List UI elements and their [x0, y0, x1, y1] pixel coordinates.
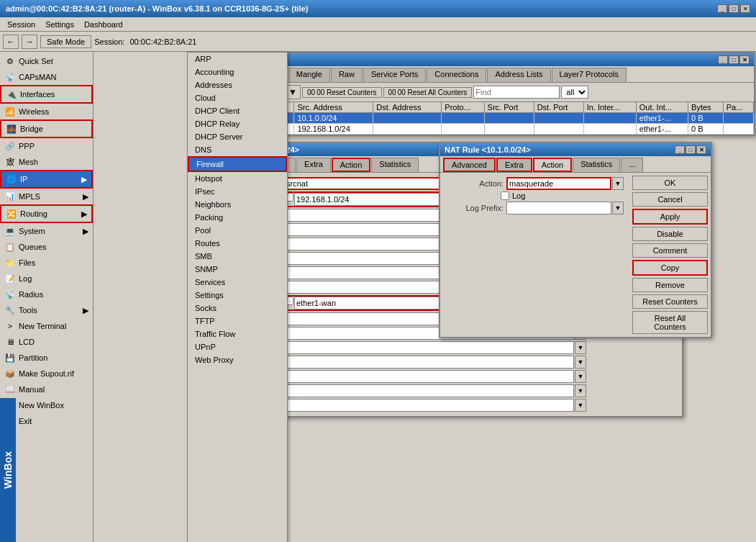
nat1-tab-action[interactable]: Action	[332, 158, 371, 172]
nat2-maximize[interactable]: □	[686, 145, 696, 154]
routing-table-input[interactable]	[283, 384, 574, 397]
routing-mark-input[interactable]	[283, 370, 574, 383]
nat2-log-checkbox[interactable]	[501, 191, 509, 200]
nat2-tab-statistics[interactable]: Statistics	[573, 158, 620, 172]
conn-type-dropdown[interactable]: ▼	[575, 399, 586, 412]
sidebar-item-manual[interactable]: 📖 Manual	[0, 381, 93, 397]
sidebar-item-ppp[interactable]: 🔗 PPP	[0, 138, 93, 154]
submenu-smb[interactable]: SMB	[188, 250, 287, 263]
nat2-cancel-btn[interactable]: Cancel	[632, 192, 708, 207]
sidebar-item-tools[interactable]: 🔧 Tools ▶	[0, 302, 93, 318]
submenu-tftp[interactable]: TFTP	[188, 315, 287, 328]
close-btn[interactable]: ✕	[740, 4, 750, 13]
menu-dashboard[interactable]: Dashboard	[80, 19, 127, 30]
submenu-arp[interactable]: ARP	[188, 53, 287, 66]
nat2-disable-btn[interactable]: Disable	[632, 227, 708, 241]
nat2-minimize[interactable]: _	[675, 145, 685, 154]
nat1-tab-statistics[interactable]: Statistics	[371, 158, 419, 172]
sidebar-item-quick-set[interactable]: ⚙ Quick Set	[0, 53, 93, 69]
sidebar-item-interfaces[interactable]: 🔌 Interfaces	[0, 85, 93, 104]
nat2-remove-btn[interactable]: Remove	[632, 278, 708, 292]
conn-type-input[interactable]	[283, 399, 574, 412]
packet-mark-dropdown[interactable]: ▼	[575, 341, 586, 354]
nat2-reset-all-counters-btn[interactable]: Reset All Counters	[632, 311, 708, 334]
sidebar-item-log[interactable]: 📝 Log	[0, 271, 93, 286]
tab-layer7[interactable]: Layer7 Protocols	[552, 68, 627, 82]
sidebar-item-mpls[interactable]: 📊 MPLS ▶	[0, 189, 93, 204]
sidebar-item-queues[interactable]: 📋 Queues	[0, 239, 93, 255]
conn-mark-input[interactable]	[283, 356, 574, 369]
nat2-tab-advanced[interactable]: Advanced	[443, 158, 496, 172]
sidebar-item-make-supout[interactable]: 📦 Make Supout.rif	[0, 366, 93, 381]
firewall-minimize[interactable]: _	[718, 55, 728, 64]
nat2-close[interactable]: ✕	[696, 145, 706, 154]
tab-service-ports[interactable]: Service Ports	[363, 68, 426, 82]
sidebar-item-files[interactable]: 📁 Files	[0, 255, 93, 271]
submenu-neighbors[interactable]: Neighbors	[188, 198, 287, 211]
nat2-action-dropdown[interactable]: ▼	[612, 177, 624, 190]
sidebar-item-capsman[interactable]: 📡 CAPsMAN	[0, 69, 93, 85]
menu-session[interactable]: Session	[3, 19, 40, 30]
sidebar-item-mesh[interactable]: 🕸 Mesh	[0, 154, 93, 170]
sidebar-item-system[interactable]: 💻 System ▶	[0, 223, 93, 239]
packet-mark-input[interactable]	[283, 341, 574, 354]
submenu-socks[interactable]: Socks	[188, 302, 287, 315]
safe-mode-btn[interactable]: Safe Mode	[40, 35, 91, 48]
routing-table-dropdown[interactable]: ▼	[575, 384, 586, 397]
sidebar-item-routing[interactable]: 🔀 Routing ▶	[0, 204, 93, 223]
forward-btn[interactable]: →	[22, 35, 37, 49]
submenu-services[interactable]: Services	[188, 276, 287, 289]
nat2-tab-action[interactable]: Action	[533, 158, 573, 172]
submenu-accounting[interactable]: Accounting	[188, 66, 287, 78]
submenu-routes[interactable]: Routes	[188, 237, 287, 250]
submenu-snmp[interactable]: SNMP	[188, 263, 287, 276]
submenu-settings[interactable]: Settings	[188, 289, 287, 302]
maximize-btn[interactable]: □	[729, 4, 739, 13]
nat2-tab-more[interactable]: ...	[621, 158, 643, 172]
tab-connections[interactable]: Connections	[427, 68, 486, 82]
nat2-comment-btn[interactable]: Comment	[632, 243, 708, 258]
sidebar-item-partition[interactable]: 💾 Partition	[0, 350, 93, 366]
minimize-btn[interactable]: _	[717, 4, 727, 13]
firewall-maximize[interactable]: □	[729, 55, 739, 64]
submenu-dhcp-server[interactable]: DHCP Server	[188, 130, 287, 143]
search-input[interactable]	[473, 86, 560, 99]
routing-mark-dropdown[interactable]: ▼	[575, 370, 586, 383]
nat2-action-input[interactable]	[506, 177, 611, 190]
nat2-tab-extra[interactable]: Extra	[496, 158, 532, 172]
nat1-tab-extra[interactable]: Extra	[296, 158, 331, 172]
submenu-dhcp-relay[interactable]: DHCP Relay	[188, 117, 287, 130]
firewall-close[interactable]: ✕	[739, 55, 750, 64]
nat2-log-prefix-dropdown[interactable]: ▼	[612, 202, 624, 214]
submenu-hotspot[interactable]: Hotspot	[188, 172, 287, 185]
submenu-upnp[interactable]: UPnP	[188, 340, 287, 353]
submenu-pool[interactable]: Pool	[188, 224, 287, 237]
sidebar-item-bridge[interactable]: 🌉 Bridge	[0, 119, 93, 138]
sidebar-item-wireless[interactable]: 📶 Wireless	[0, 104, 93, 119]
nat2-reset-counters-btn[interactable]: Reset Counters	[632, 294, 708, 309]
submenu-dhcp-client[interactable]: DHCP Client	[188, 104, 287, 117]
tab-raw[interactable]: Raw	[331, 68, 363, 82]
submenu-traffic-flow[interactable]: Traffic Flow	[188, 328, 287, 340]
sidebar-item-new-terminal[interactable]: > New Terminal	[0, 318, 93, 334]
sidebar-item-ip[interactable]: 🌐 IP ▶	[0, 170, 93, 189]
submenu-addresses[interactable]: Addresses	[188, 78, 287, 91]
tab-mangle[interactable]: Mangle	[288, 68, 330, 82]
sidebar-item-radius[interactable]: 📡 Radius	[0, 286, 93, 302]
menu-settings[interactable]: Settings	[41, 19, 78, 30]
submenu-cloud[interactable]: Cloud	[188, 91, 287, 104]
submenu-packing[interactable]: Packing	[188, 211, 287, 224]
search-filter-dropdown[interactable]: all	[561, 86, 588, 99]
submenu-dns[interactable]: DNS	[188, 143, 287, 156]
conn-mark-dropdown[interactable]: ▼	[575, 356, 586, 369]
tab-address-lists[interactable]: Address Lists	[487, 68, 550, 82]
nat2-ok-btn[interactable]: OK	[632, 176, 708, 190]
nat2-copy-btn[interactable]: Copy	[632, 260, 708, 276]
reset-counters-toolbar-btn[interactable]: 00 00 Reset Counters	[302, 87, 382, 98]
nat2-log-prefix-input[interactable]	[506, 202, 611, 214]
reset-all-counters-toolbar-btn[interactable]: 00 00 Reset All Counters	[383, 87, 473, 98]
submenu-web-proxy[interactable]: Web Proxy	[188, 353, 287, 366]
sidebar-item-lcd[interactable]: 🖥 LCD	[0, 334, 93, 350]
submenu-ipsec[interactable]: IPsec	[188, 185, 287, 198]
submenu-firewall[interactable]: Firewall	[188, 156, 287, 172]
